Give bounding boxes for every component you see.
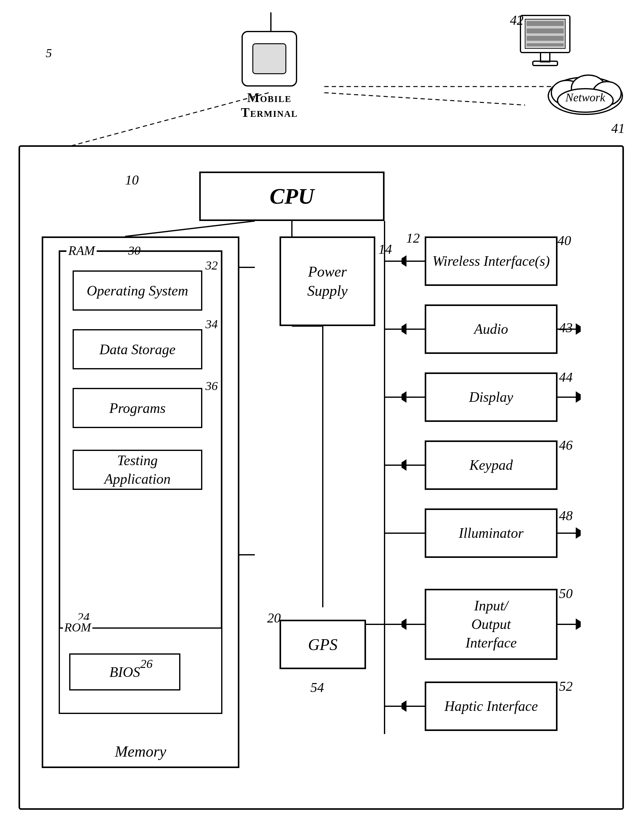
programs-box: Programs xyxy=(73,388,202,428)
arrow-line xyxy=(557,329,576,330)
arrow-head xyxy=(402,258,406,264)
illuminator-arrow-out xyxy=(557,530,581,536)
svg-rect-8 xyxy=(527,28,564,33)
display-arrow-out xyxy=(557,394,581,400)
arrow-line xyxy=(557,532,576,534)
ref-32-label: 32 xyxy=(205,258,218,273)
ram-box: RAM 30 Operating System Data Storage Pro… xyxy=(59,251,222,646)
audio-arrow-in xyxy=(402,326,425,332)
rom-label: ROM xyxy=(63,620,92,635)
mobile-terminal-label: Mobile Terminal xyxy=(241,90,298,120)
patent-diagram: 5 Mobile Terminal 42 xyxy=(0,0,644,824)
ref-52-label: 52 xyxy=(559,678,573,694)
memory-outer-box: Memory RAM 30 Operating System Data Stor… xyxy=(42,237,239,768)
svg-rect-5 xyxy=(541,52,550,62)
ref-46-label: 46 xyxy=(559,437,573,453)
ref-36-label: 36 xyxy=(205,379,218,393)
memory-label: Memory xyxy=(115,743,167,760)
ref-26-label: 26 xyxy=(140,656,153,671)
rom-area: ROM BIOS 26 xyxy=(59,627,222,714)
power-supply-box: Power Supply xyxy=(279,237,375,326)
arrow-line xyxy=(406,261,425,262)
arrow-head xyxy=(576,326,581,332)
ref-5-label: 5 xyxy=(46,46,52,60)
arrow-head xyxy=(402,463,406,468)
illuminator-box: Illuminator xyxy=(425,509,558,558)
mobile-terminal: Mobile Terminal xyxy=(241,12,298,120)
antenna xyxy=(270,12,271,31)
keypad-arrow-in xyxy=(402,463,425,468)
arrow-head xyxy=(576,621,581,627)
data-storage-label: Data Storage xyxy=(100,341,176,358)
audio-box: Audio xyxy=(425,304,558,354)
testing-application-label: Testing Application xyxy=(104,451,171,488)
illuminator-label: Illuminator xyxy=(458,524,524,543)
haptic-box: Haptic Interface xyxy=(425,681,558,731)
wireless-interfaces-label: Wireless Interface(s) xyxy=(432,252,550,271)
bios-label: BIOS xyxy=(109,664,140,680)
ref-12-label: 12 xyxy=(406,230,420,246)
arrow-head xyxy=(402,704,406,709)
mobile-screen xyxy=(252,43,286,74)
ref-50-label: 50 xyxy=(559,586,573,601)
svg-line-18 xyxy=(125,221,255,237)
ref-20-label: 20 xyxy=(267,610,281,626)
cpu-label: CPU xyxy=(270,184,314,209)
io-label: Input/ Output Interface xyxy=(466,596,517,652)
io-box: Input/ Output Interface xyxy=(425,589,558,660)
bios-box: BIOS xyxy=(69,653,180,690)
ref-34-label: 34 xyxy=(205,317,218,331)
arrow-head xyxy=(576,394,581,400)
ref-14-label: 14 xyxy=(379,241,392,257)
ram-label: RAM xyxy=(66,243,97,258)
svg-line-1 xyxy=(324,93,525,105)
io-arrow-out xyxy=(557,621,581,627)
svg-rect-7 xyxy=(527,21,564,26)
network-cloud: Network xyxy=(545,68,626,119)
display-label: Display xyxy=(469,388,513,406)
keypad-box: Keypad xyxy=(425,440,558,490)
operating-system-label: Operating System xyxy=(87,283,188,299)
haptic-label: Haptic Interface xyxy=(445,697,538,715)
arrow-line xyxy=(406,329,425,330)
keypad-label: Keypad xyxy=(469,456,513,474)
mobile-body xyxy=(242,31,297,86)
data-storage-box: Data Storage xyxy=(73,329,202,369)
ref-44-label: 44 xyxy=(559,369,573,385)
cpu-box: CPU xyxy=(199,172,385,221)
programs-label: Programs xyxy=(109,400,166,416)
arrow-line xyxy=(557,624,576,625)
arrow-head xyxy=(402,326,406,332)
ref-40-label: 40 xyxy=(558,233,571,249)
ref-48-label: 48 xyxy=(559,508,573,524)
display-box: Display xyxy=(425,372,558,422)
ref-54-label: 54 xyxy=(310,679,324,695)
wireless-arrow-in xyxy=(402,258,425,264)
arrow-head xyxy=(576,530,581,536)
audio-arrow-out xyxy=(557,326,581,332)
haptic-arrow-in xyxy=(402,704,425,709)
ref-10-label: 10 xyxy=(125,172,139,188)
ref-30-label: 30 xyxy=(128,243,141,258)
arrow-line xyxy=(406,464,425,466)
ref-41-label: 41 xyxy=(611,120,625,136)
display-arrow-in xyxy=(402,394,425,400)
testing-application-box: Testing Application xyxy=(73,450,202,490)
wireless-interfaces-box: Wireless Interface(s) xyxy=(425,237,558,286)
svg-rect-9 xyxy=(527,36,564,41)
svg-line-0 xyxy=(62,93,269,148)
gps-box: GPS xyxy=(279,620,366,669)
arrow-line xyxy=(406,624,425,625)
io-arrow-in xyxy=(402,621,425,627)
operating-system-box: Operating System xyxy=(73,271,202,311)
power-supply-label: Power Supply xyxy=(307,262,348,301)
arrow-head xyxy=(402,621,406,627)
gps-label: GPS xyxy=(308,635,337,654)
svg-text:Network: Network xyxy=(565,91,606,104)
arrow-line xyxy=(406,397,425,398)
audio-label: Audio xyxy=(474,320,508,338)
svg-rect-10 xyxy=(527,43,564,46)
main-box: 10 CPU 12 22 Memory RAM 30 Operating Sys… xyxy=(18,145,624,810)
arrow-head xyxy=(402,394,406,400)
arrow-line xyxy=(557,397,576,398)
